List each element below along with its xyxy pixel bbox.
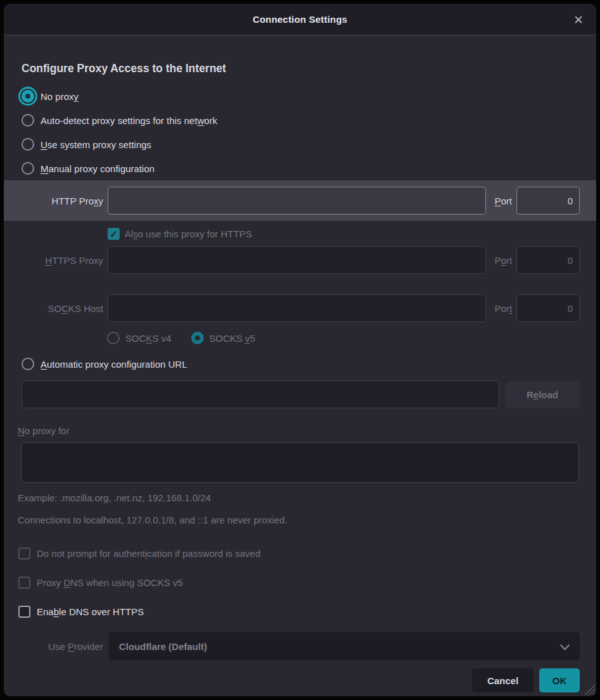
http-proxy-input bbox=[108, 187, 486, 215]
http-proxy-label: HTTP Proxy bbox=[18, 196, 103, 206]
use-provider-label: Use Provider bbox=[18, 641, 103, 652]
https-proxy-row: HTTPS Proxy Port bbox=[18, 246, 580, 274]
dialog-content: Configure Proxy Access to the Internet N… bbox=[4, 35, 596, 696]
radio-row-manual-proxy[interactable]: Manual proxy configuration bbox=[22, 156, 580, 180]
also-https-checkbox: ✓ bbox=[108, 228, 120, 240]
proxy-dns-checkbox bbox=[18, 577, 30, 589]
socks-host-label: SOCKS Host bbox=[18, 303, 103, 314]
option-row-no-prompt-auth: Do not prompt for authentication if pass… bbox=[18, 546, 580, 560]
option-row-enable-doh[interactable]: Enable DNS over HTTPS bbox=[18, 604, 580, 618]
enable-doh-label: Enable DNS over HTTPS bbox=[37, 606, 144, 617]
http-proxy-row: HTTP Proxy Port bbox=[4, 180, 596, 221]
radio-row-autoconfig[interactable]: Automatic proxy configuration URL bbox=[22, 353, 580, 375]
radio-label-system-proxy: Use system proxy settings bbox=[40, 139, 151, 150]
radio-label-auto-detect: Auto-detect proxy settings for this netw… bbox=[40, 115, 217, 126]
proxy-dns-label: Proxy DNS when using SOCKS v5 bbox=[37, 577, 183, 588]
radio-icon-socks-v5 bbox=[191, 332, 204, 344]
dialog-titlebar: Connection Settings ✕ bbox=[4, 4, 596, 35]
no-proxy-for-label: No proxy for bbox=[18, 425, 580, 436]
https-proxy-input bbox=[108, 246, 486, 274]
radio-label-socks-v4: SOCKS v4 bbox=[125, 333, 172, 344]
no-prompt-auth-checkbox bbox=[18, 547, 30, 559]
socks-host-input bbox=[108, 294, 486, 322]
socks-port-input bbox=[516, 294, 580, 322]
radio-label-autoconfig: Automatic proxy configuration URL bbox=[40, 359, 187, 370]
cancel-button[interactable]: Cancel bbox=[472, 668, 534, 692]
radio-row-no-proxy[interactable]: No proxy bbox=[22, 84, 580, 108]
enable-doh-checkbox[interactable] bbox=[18, 606, 30, 618]
radio-icon-autoconfig[interactable] bbox=[22, 358, 34, 370]
radio-icon-manual-proxy[interactable] bbox=[22, 162, 34, 175]
no-proxy-for-textarea bbox=[21, 442, 579, 483]
radio-label-no-proxy: No proxy bbox=[40, 91, 78, 102]
radio-label-manual-proxy: Manual proxy configuration bbox=[40, 163, 154, 174]
close-icon[interactable]: ✕ bbox=[573, 13, 584, 25]
radio-icon-system-proxy[interactable] bbox=[22, 138, 34, 151]
provider-dropdown: Cloudflare (Default) bbox=[109, 632, 580, 660]
radio-label-socks-v5: SOCKS v5 bbox=[209, 333, 256, 344]
also-https-label: Also use this proxy for HTTPS bbox=[125, 228, 252, 239]
ok-button[interactable]: OK bbox=[539, 668, 580, 692]
radio-icon-auto-detect[interactable] bbox=[22, 114, 34, 127]
socks-host-row: SOCKS Host Port bbox=[18, 294, 580, 322]
radio-row-auto-detect[interactable]: Auto-detect proxy settings for this netw… bbox=[22, 108, 580, 132]
dialog-title: Connection Settings bbox=[253, 14, 347, 25]
chevron-down-icon bbox=[560, 641, 570, 651]
option-row-proxy-dns: Proxy DNS when using SOCKS v5 bbox=[18, 575, 580, 589]
autoconfig-url-row: Reload bbox=[22, 380, 580, 408]
radio-icon-no-proxy[interactable] bbox=[22, 90, 34, 103]
connection-settings-dialog: Connection Settings ✕ Configure Proxy Ac… bbox=[4, 4, 596, 696]
autoconfig-url-input bbox=[22, 380, 499, 408]
provider-selected-value: Cloudflare (Default) bbox=[119, 641, 207, 652]
no-prompt-auth-label: Do not prompt for authentication if pass… bbox=[37, 548, 261, 559]
reload-button: Reload bbox=[505, 381, 580, 408]
radio-icon-socks-v4 bbox=[107, 332, 120, 344]
radio-row-system-proxy[interactable]: Use system proxy settings bbox=[22, 132, 580, 156]
footer-buttons: Cancel OK bbox=[18, 668, 580, 692]
https-port-label: Port bbox=[491, 255, 512, 266]
https-proxy-label: HTTPS Proxy bbox=[18, 255, 103, 266]
https-port-input bbox=[516, 246, 580, 274]
http-port-label: Port bbox=[491, 196, 512, 206]
also-https-row: ✓ Also use this proxy for HTTPS bbox=[108, 225, 580, 242]
no-proxy-example-text: Example: .mozilla.org, .net.nz, 192.168.… bbox=[18, 492, 580, 503]
localhost-note-text: Connections to localhost, 127.0.0.1/8, a… bbox=[18, 515, 580, 525]
socks-port-label: Port bbox=[491, 303, 512, 314]
page-title: Configure Proxy Access to the Internet bbox=[22, 62, 580, 75]
http-port-input bbox=[516, 187, 580, 215]
doh-provider-row: Use Provider Cloudflare (Default) bbox=[18, 632, 580, 660]
socks-version-row: SOCKS v4 SOCKS v5 bbox=[107, 330, 580, 346]
